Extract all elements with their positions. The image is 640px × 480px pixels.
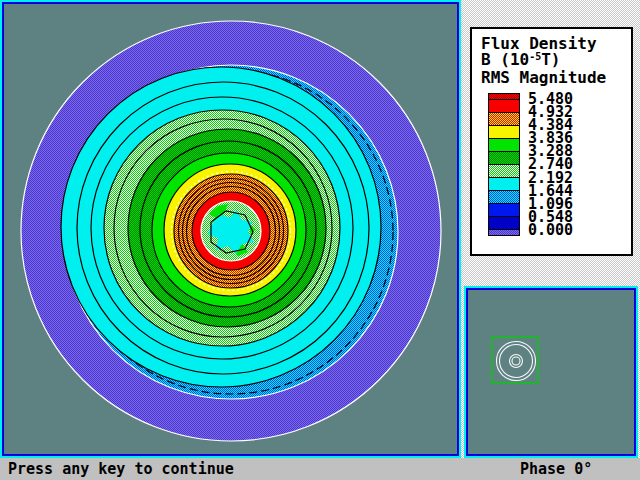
legend-swatch-blue <box>488 203 520 217</box>
legend-swatch-yellow <box>488 125 520 139</box>
model-locator-panel <box>464 286 638 458</box>
status-bar: Press any key to continue Phase 0° <box>0 458 640 480</box>
legend-swatch-azure <box>488 190 520 204</box>
phase-indicator: Phase 0° <box>520 458 592 480</box>
legend-swatch-red <box>488 99 520 113</box>
legend-swatch-orange <box>488 112 520 126</box>
legend-swatch-purple <box>488 229 520 236</box>
exponent: -5 <box>529 51 541 62</box>
locator-view-area <box>466 288 636 456</box>
legend-color-scale <box>488 94 520 237</box>
locator-model-view <box>468 290 634 454</box>
legend-swatch-medium-green <box>488 151 520 165</box>
flux-contour-plot <box>4 4 457 454</box>
legend-swatch-dark-blue <box>488 216 520 230</box>
legend-title-line3: RMS Magnitude <box>481 70 606 86</box>
legend-title: Flux Density B (10-5T) RMS Magnitude <box>481 36 606 86</box>
legend-value: 0.000 <box>528 224 573 237</box>
legend-swatch-cyan <box>488 177 520 191</box>
contour-plot-area <box>2 2 459 456</box>
status-message: Press any key to continue <box>8 458 234 480</box>
legend-swatch-light-green <box>488 164 520 178</box>
legend-value-labels: 5.480 4.932 4.384 3.836 3.288 2.740 2.19… <box>528 93 573 237</box>
locator-background <box>468 290 634 454</box>
application-screen: { "legend": { "title_line1": "Flux Densi… <box>0 0 640 480</box>
flux-legend-panel: Flux Density B (10-5T) RMS Magnitude 5.4… <box>470 27 633 256</box>
legend-swatch-green <box>488 138 520 152</box>
main-plot-window <box>0 0 461 458</box>
